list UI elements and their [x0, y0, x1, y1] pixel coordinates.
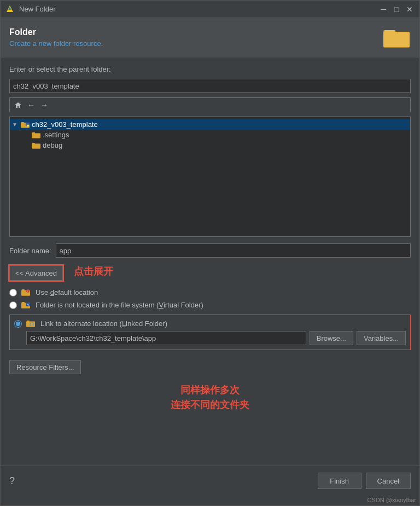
dialog-window: New Folder ─ □ ✕ Folder Create a new fol… — [0, 0, 420, 506]
svg-rect-5 — [384, 30, 395, 33]
dialog-footer: ? Finish Cancel — [1, 466, 419, 496]
maximize-button[interactable]: □ — [391, 4, 402, 15]
tree-debug-label: debug — [43, 141, 62, 149]
svg-rect-29 — [22, 302, 25, 304]
folder-name-input[interactable] — [56, 243, 411, 258]
footer-buttons: Finish Cancel — [318, 473, 411, 489]
forward-button[interactable]: → — [38, 100, 50, 110]
radio-virtual-label: Folder is not located in the file system… — [36, 301, 203, 309]
linked-folder-section: Link to alternate location (Linked Folde… — [9, 315, 411, 350]
radio-group: ! Use default location V Folder is not l… — [9, 288, 411, 350]
radio-linked-label: Link to alternate location (Linked Folde… — [40, 319, 167, 328]
tree-settings-label: .settings — [43, 131, 69, 139]
dialog-body: Enter or select the parent folder: ← → ▼ — [1, 57, 419, 466]
svg-rect-15 — [32, 132, 35, 134]
radio-virtual[interactable] — [9, 301, 17, 309]
radio-option-linked-row: Link to alternate location (Linked Folde… — [14, 319, 406, 328]
tree-item-root[interactable]: ▼ 📁 ch32_v003_template — [10, 119, 410, 130]
linked-path-row: Browse... Variables... — [14, 331, 406, 345]
svg-text:V: V — [27, 303, 30, 306]
window-title: New Folder — [19, 5, 374, 13]
folder-name-label: Folder name: — [9, 247, 51, 255]
svg-rect-19 — [32, 143, 35, 144]
advanced-button[interactable]: << Advanced — [9, 265, 63, 281]
parent-folder-label: Enter or select the parent folder: — [9, 65, 411, 73]
header-left: Folder Create a new folder resource. — [9, 27, 103, 48]
svg-rect-23 — [22, 289, 25, 291]
advanced-row: << Advanced 点击展开 — [9, 262, 411, 281]
finish-button[interactable]: Finish — [318, 473, 361, 489]
radio-option-virtual: V Folder is not located in the file syst… — [9, 301, 411, 309]
svg-rect-4 — [383, 32, 410, 47]
svg-text:📁: 📁 — [26, 124, 30, 127]
tree-item-settings[interactable]: .settings — [21, 130, 410, 140]
close-button[interactable]: ✕ — [404, 4, 415, 15]
parent-folder-input[interactable] — [9, 79, 411, 93]
linked-path-input[interactable] — [26, 331, 306, 345]
app-icon — [5, 4, 15, 14]
tree-root-label: ch32_v003_template — [32, 120, 98, 129]
tree-view: ▼ 📁 ch32_v003_template — [9, 117, 411, 237]
tree-toggle-root: ▼ — [12, 121, 21, 127]
svg-rect-9 — [21, 122, 24, 124]
radio-linked[interactable] — [14, 320, 22, 328]
help-button[interactable]: ? — [9, 475, 15, 487]
variables-button[interactable]: Variables... — [357, 331, 406, 345]
radio-default-label: Use default location — [36, 288, 98, 296]
watermark: CSDN @xiaoylbar — [1, 496, 419, 505]
window-controls: ─ □ ✕ — [378, 4, 415, 15]
title-bar: New Folder ─ □ ✕ — [1, 1, 419, 18]
header-subtitle: Create a new folder resource. — [9, 39, 103, 48]
dialog-header: Folder Create a new folder resource. — [1, 18, 419, 57]
folder-name-row: Folder name: — [9, 243, 411, 258]
cancel-button[interactable]: Cancel — [366, 473, 411, 489]
svg-rect-35 — [27, 321, 30, 322]
browse-button[interactable]: Browse... — [310, 331, 353, 345]
tree-item-debug[interactable]: debug — [21, 140, 410, 150]
resource-filters-row: Resource Filters... — [9, 360, 411, 374]
minimize-button[interactable]: ─ — [378, 4, 389, 15]
tree-children: .settings debug — [10, 130, 410, 150]
back-button[interactable]: ← — [25, 100, 37, 110]
radio-option-default: ! Use default location — [9, 288, 411, 296]
header-title: Folder — [9, 27, 103, 37]
home-button[interactable] — [12, 100, 24, 110]
annotation-bottom: 同样操作多次 连接不同的文件夹 — [9, 383, 411, 412]
annotation-click: 点击展开 — [74, 265, 113, 278]
resource-filters-button[interactable]: Resource Filters... — [9, 360, 81, 374]
header-folder-icon — [382, 25, 411, 50]
tree-toolbar: ← → — [9, 97, 411, 112]
radio-default[interactable] — [9, 289, 17, 296]
